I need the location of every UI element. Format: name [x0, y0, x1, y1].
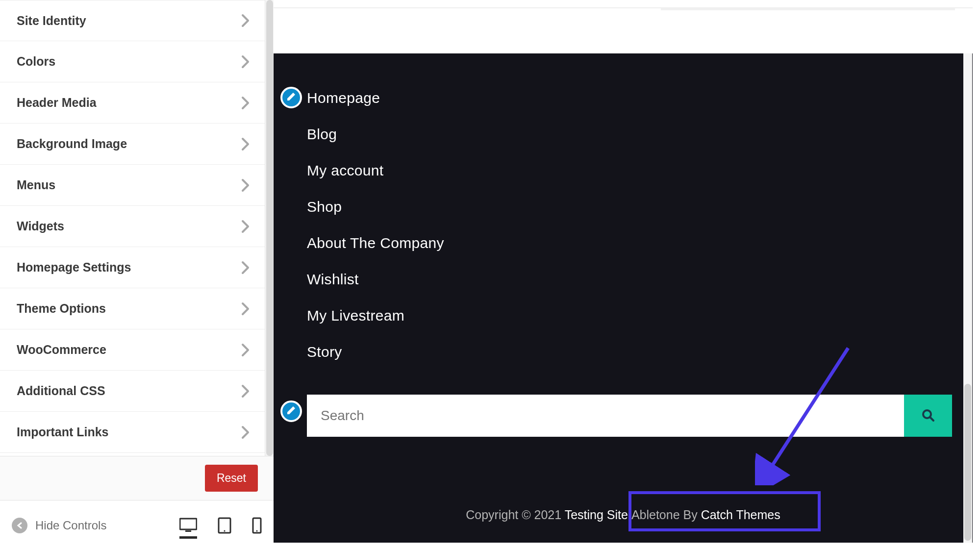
preview-frame: Homepage Blog My account Shop About The … [274, 7, 973, 543]
menu-item[interactable]: Blog [307, 126, 955, 143]
reset-button[interactable]: Reset [205, 465, 258, 492]
search-button[interactable] [904, 395, 952, 437]
copyright-prefix: Copyright © 2021 [466, 508, 564, 522]
mobile-preview-icon[interactable] [252, 517, 262, 534]
hide-controls-label: Hide Controls [35, 519, 106, 532]
chevron-down-icon[interactable]: ▾ [963, 541, 972, 543]
pencil-icon [286, 92, 296, 103]
menu-item[interactable]: Shop [307, 199, 955, 215]
svg-line-7 [930, 417, 933, 421]
panel-label: Header Media [17, 96, 97, 110]
tablet-preview-icon[interactable] [218, 517, 231, 534]
chevron-right-icon [241, 384, 250, 398]
svg-rect-0 [180, 519, 197, 529]
search-box [307, 395, 952, 437]
scrollbar-thumb[interactable] [266, 0, 273, 456]
copyright-sep [628, 508, 631, 522]
svg-point-5 [256, 530, 258, 531]
chevron-right-icon [241, 14, 250, 27]
copyright-site-link[interactable]: Testing Site [565, 508, 628, 522]
chevron-left-icon [12, 518, 27, 533]
menu-item[interactable]: About The Company [307, 235, 955, 251]
panel-theme-options[interactable]: Theme Options [0, 288, 265, 329]
device-preview-switcher [179, 517, 262, 534]
panel-label: Colors [17, 54, 55, 69]
panel-label: Additional CSS [17, 384, 105, 398]
panel-homepage-settings[interactable]: Homepage Settings [0, 247, 265, 288]
panel-label: Menus [17, 178, 55, 192]
panel-widgets[interactable]: Widgets [0, 206, 265, 247]
menu-item[interactable]: Homepage [291, 90, 955, 106]
copyright-line: Copyright © 2021 Testing Site Abletone B… [274, 508, 973, 522]
chevron-right-icon [241, 96, 250, 110]
chevron-right-icon [241, 55, 250, 69]
chevron-right-icon [241, 302, 250, 316]
panel-label: Background Image [17, 137, 127, 151]
menu-item[interactable]: Story [307, 344, 955, 360]
copyright-theme-by: Abletone By [631, 508, 701, 522]
menu-item[interactable]: Wishlist [307, 271, 955, 288]
theme-credit: Abletone By Catch Themes [631, 508, 780, 522]
preview-wrapper: Homepage Blog My account Shop About The … [274, 0, 980, 550]
footer-menu-list: Homepage Blog My account Shop About The … [291, 90, 955, 360]
search-input[interactable] [307, 395, 904, 437]
hide-controls-button[interactable]: Hide Controls [12, 518, 106, 533]
panel-label: Site Identity [17, 14, 86, 28]
preview-dark-section: Homepage Blog My account Shop About The … [274, 53, 973, 543]
search-widget [291, 395, 955, 437]
sidebar-panels: Site Identity Colors Header Media Backgr… [0, 0, 274, 456]
search-icon [921, 408, 935, 424]
panel-woocommerce[interactable]: WooCommerce [0, 329, 265, 371]
desktop-preview-icon[interactable] [179, 518, 197, 539]
svg-point-3 [224, 530, 226, 531]
chevron-right-icon [241, 343, 250, 357]
panel-label: Theme Options [17, 301, 106, 316]
panel-background-image[interactable]: Background Image [0, 124, 265, 165]
panel-site-identity[interactable]: Site Identity [0, 0, 265, 41]
edit-widget-button[interactable] [280, 87, 302, 108]
preview-corner-box [661, 7, 955, 10]
panel-colors[interactable]: Colors [0, 41, 265, 82]
menu-widget: Homepage Blog My account Shop About The … [291, 90, 955, 360]
edit-widget-button[interactable] [280, 400, 302, 422]
copyright-author-link[interactable]: Catch Themes [701, 508, 780, 522]
sidebar-footer: Hide Controls [0, 500, 274, 550]
panel-header-media[interactable]: Header Media [0, 82, 265, 124]
chevron-right-icon [241, 220, 250, 233]
sidebar-scrollbar[interactable] [265, 0, 274, 456]
panel-label: Important Links [17, 425, 109, 439]
sidebar-actions: Reset [0, 456, 274, 500]
scrollbar-thumb[interactable] [964, 384, 971, 541]
panel-label: WooCommerce [17, 343, 106, 357]
customizer-sidebar: Site Identity Colors Header Media Backgr… [0, 0, 274, 550]
svg-rect-1 [185, 530, 191, 532]
chevron-right-icon [241, 261, 250, 275]
chevron-right-icon [241, 425, 250, 439]
panel-menus[interactable]: Menus [0, 165, 265, 206]
chevron-right-icon [241, 137, 250, 151]
panel-additional-css[interactable]: Additional CSS [0, 371, 265, 412]
chevron-right-icon [241, 178, 250, 192]
menu-item[interactable]: My account [307, 162, 955, 179]
panel-label: Homepage Settings [17, 260, 131, 275]
pencil-icon [286, 405, 296, 417]
preview-scrollbar[interactable]: ▾ [963, 53, 972, 543]
panel-important-links[interactable]: Important Links [0, 412, 265, 453]
menu-item[interactable]: My Livestream [307, 307, 955, 324]
panel-label: Widgets [17, 219, 64, 233]
preview-top-white [274, 7, 973, 53]
